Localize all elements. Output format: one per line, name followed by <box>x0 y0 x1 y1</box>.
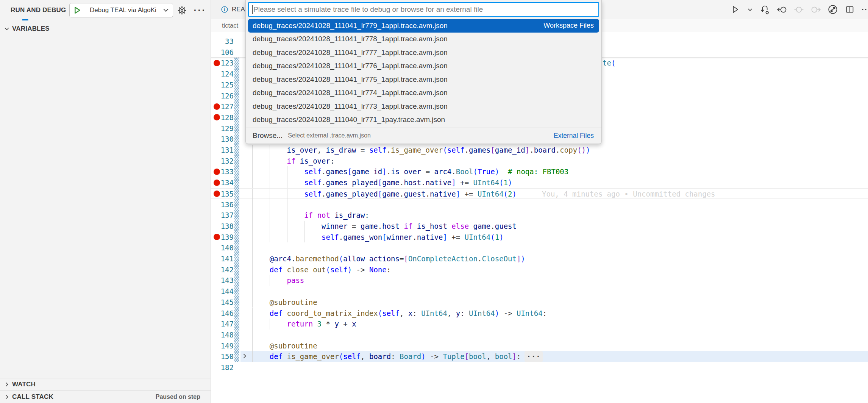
code-line-141[interactable]: 141 @arc4.baremethod(allow_actions=[OnCo… <box>211 253 868 264</box>
line-number[interactable]: 106 <box>211 47 234 58</box>
line-number[interactable]: 147 <box>211 319 234 330</box>
run-play-icon[interactable] <box>729 4 741 15</box>
quickpick-item[interactable]: debug_traces/20241028_111041_lr778_1appl… <box>248 33 599 46</box>
line-number[interactable]: 132 <box>211 156 234 167</box>
quickpick-item[interactable]: debug_traces/20241028_111041_lr773_1appl… <box>248 100 599 113</box>
quickpick-item[interactable]: debug_traces/20241028_111041_lr776_1appl… <box>248 59 599 73</box>
more-actions-icon[interactable]: ··· <box>194 4 206 16</box>
more-actions-icon[interactable] <box>861 4 867 15</box>
line-number[interactable]: 130 <box>211 134 234 145</box>
code-line-132[interactable]: 132 if is_over: <box>211 156 868 167</box>
gear-icon[interactable] <box>176 4 188 16</box>
start-debugging-button[interactable] <box>70 3 85 17</box>
line-number[interactable]: 134 <box>211 177 234 188</box>
code-line-135[interactable]: 135 self.games_played[game.guest.native]… <box>211 188 868 199</box>
quickpick-item[interactable]: debug_traces/20241028_111041_lr779_1appl… <box>248 19 599 33</box>
code-line-145[interactable]: 145 @subroutine <box>211 297 868 308</box>
quickpick-input[interactable]: Please select a simulate trace file to d… <box>248 2 599 17</box>
code-text[interactable]: @subroutine <box>252 297 317 308</box>
code-line-149[interactable]: 149 @subroutine <box>211 341 868 351</box>
quickpick-item[interactable]: debug_traces/20241028_111041_lr777_1appl… <box>248 46 599 59</box>
line-number[interactable]: 126 <box>211 91 234 102</box>
variables-section-header[interactable]: VARIABLES <box>0 23 211 35</box>
quickpick-item[interactable]: debug_traces/20241028_111041_lr775_1appl… <box>248 73 599 86</box>
code-text[interactable]: if is_over: <box>252 156 334 167</box>
line-number[interactable]: 125 <box>211 80 234 91</box>
line-number[interactable]: 182 <box>211 362 234 373</box>
code-text[interactable]: self.games_played[game.host.native] += U… <box>252 177 512 188</box>
debug-coverage-gutter <box>234 58 239 362</box>
code-line-143[interactable]: 143 pass <box>211 275 868 286</box>
line-number[interactable]: 123 <box>211 58 234 69</box>
chevron-down-icon[interactable] <box>746 4 753 15</box>
folded-code-ellipsis[interactable]: ··· <box>525 351 542 362</box>
line-number[interactable]: 124 <box>211 69 234 80</box>
code-line-182[interactable]: 182 <box>211 362 868 373</box>
code-line-150[interactable]: 150 def is_game_over(self, board: Board)… <box>211 351 868 362</box>
line-number[interactable]: 149 <box>211 341 234 351</box>
line-number[interactable]: 142 <box>211 264 234 275</box>
code-line-133[interactable]: 133 self.games[game_id].is_over = arc4.B… <box>211 166 868 177</box>
code-text[interactable]: def coord_to_matrix_index(self, x: UInt6… <box>252 308 547 319</box>
code-text[interactable]: def is_game_over(self, board: Board) -> … <box>252 351 543 362</box>
line-number[interactable]: 148 <box>211 330 234 341</box>
line-number[interactable]: 128 <box>211 112 234 123</box>
code-text[interactable]: winner = game.host if is_host else game.… <box>252 221 517 232</box>
code-line-140[interactable]: 140 <box>211 242 868 253</box>
launch-config-selector[interactable]: Debug TEAL via AlgoKi <box>69 3 173 17</box>
code-line-144[interactable]: 144 <box>211 286 868 297</box>
line-number[interactable]: 140 <box>211 242 234 253</box>
line-number[interactable]: 150 <box>211 351 234 362</box>
code-text[interactable]: is_over, is_draw = self.is_game_over(sel… <box>252 145 590 156</box>
line-number[interactable]: 129 <box>211 123 234 134</box>
line-number[interactable]: 141 <box>211 253 234 264</box>
code-text[interactable]: pass <box>252 275 304 286</box>
code-line-131[interactable]: 131 is_over, is_draw = self.is_game_over… <box>211 145 868 156</box>
fold-chevron-icon[interactable] <box>241 353 248 361</box>
code-text[interactable]: if not is_draw: <box>252 210 369 221</box>
quickpick-item[interactable]: debug_traces/20241028_111040_lr771_1pay.… <box>248 113 599 127</box>
code-line-146[interactable]: 146 def coord_to_matrix_index(self, x: U… <box>211 308 868 319</box>
line-number[interactable]: 33 <box>211 36 234 47</box>
code-text[interactable]: def close_out(self) -> None: <box>252 264 391 275</box>
code-line-134[interactable]: 134 self.games_played[game.host.native] … <box>211 177 868 188</box>
watch-section-header[interactable]: WATCH <box>0 378 211 390</box>
quickpick-item[interactable]: debug_traces/20241028_111041_lr774_1appl… <box>248 86 599 100</box>
line-number[interactable]: 139 <box>211 232 234 243</box>
line-number[interactable]: 143 <box>211 275 234 286</box>
editor-tab[interactable]: REA <box>211 0 250 19</box>
code-text[interactable]: self.games[game_id].is_over = arc4.Bool(… <box>252 166 568 177</box>
line-number[interactable]: 137 <box>211 210 234 221</box>
code-line-142[interactable]: 142 def close_out(self) -> None: <box>211 264 868 275</box>
code-text[interactable]: @subroutine <box>252 341 317 351</box>
line-number[interactable]: 127 <box>211 101 234 112</box>
code-text[interactable]: @arc4.baremethod(allow_actions=[OnComple… <box>252 253 525 264</box>
code-text[interactable]: self.games_won[winner.native] += UInt64(… <box>252 232 504 243</box>
code-text[interactable]: return 3 * y + x <box>252 319 356 330</box>
code-text[interactable]: self.games_played[game.guest.native] += … <box>252 189 517 200</box>
code-line-148[interactable]: 148 <box>211 330 868 341</box>
line-number[interactable]: 131 <box>211 145 234 156</box>
line-number[interactable]: 133 <box>211 166 234 177</box>
code-line-137[interactable]: 137 if not is_draw: <box>211 210 868 221</box>
breadcrumb-item[interactable]: tictact <box>222 22 238 29</box>
line-number[interactable]: 138 <box>211 221 234 232</box>
split-editor-icon[interactable] <box>844 4 856 15</box>
line-number[interactable]: 146 <box>211 308 234 319</box>
quickpick-browse-item[interactable]: Browse... Select external .trace.avm.jso… <box>248 129 599 142</box>
run-graph-icon[interactable] <box>827 4 838 15</box>
line-number[interactable]: 135 <box>211 189 234 200</box>
code-line-138[interactable]: 138 winner = game.host if is_host else g… <box>211 221 868 232</box>
code-text-fragment[interactable]: te( <box>603 58 615 69</box>
code-line-136[interactable]: 136 <box>211 199 868 210</box>
step-back-icon[interactable] <box>776 4 787 15</box>
call-stack-section-header[interactable]: CALL STACK Paused on step <box>0 390 211 403</box>
code-line-147[interactable]: 147 return 3 * y + x <box>211 319 868 330</box>
external-files-link[interactable]: External Files <box>554 132 594 140</box>
code-line-139[interactable]: 139 self.games_won[winner.native] += UIn… <box>211 232 868 243</box>
text-cursor <box>252 5 253 14</box>
line-number[interactable]: 136 <box>211 199 234 210</box>
switch-trace-icon[interactable] <box>759 4 770 15</box>
line-number[interactable]: 145 <box>211 297 234 308</box>
line-number[interactable]: 144 <box>211 286 234 297</box>
